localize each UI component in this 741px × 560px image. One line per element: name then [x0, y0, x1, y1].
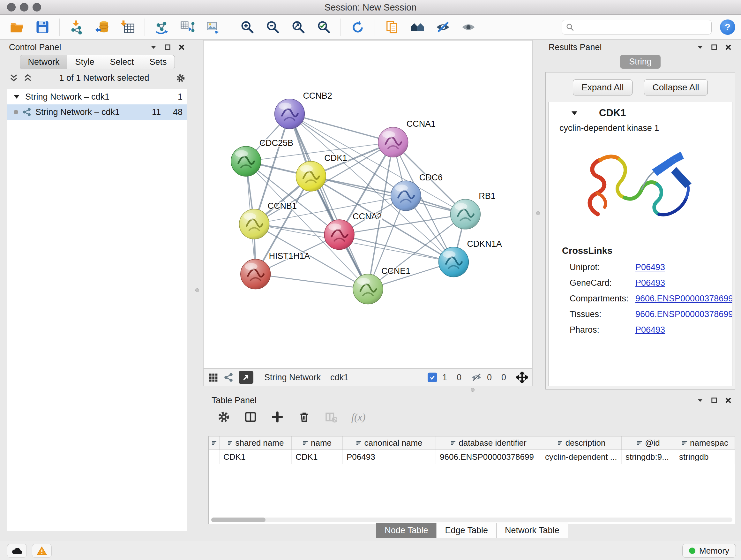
help-button[interactable]: ? [720, 19, 735, 35]
hide-selected-button[interactable] [432, 17, 454, 37]
zoom-in-button[interactable] [236, 17, 258, 37]
tab-select[interactable]: Select [102, 55, 142, 69]
network-node-hist1h1a[interactable] [241, 259, 271, 289]
tab-node-table[interactable]: Node Table [376, 523, 436, 538]
fit-content-crosshair-icon[interactable] [516, 372, 528, 383]
collapse-all-button[interactable]: Collapse All [644, 79, 708, 96]
import-network-database-button[interactable] [91, 17, 113, 37]
network-node-cdc6[interactable] [391, 181, 421, 211]
network-node-ccna2[interactable] [324, 220, 354, 250]
crosslink-link[interactable]: 9606.ENSP00000378699 [635, 294, 732, 304]
network-node-ccnb2[interactable] [275, 99, 305, 129]
column-header[interactable]: namespac [675, 436, 735, 449]
memory-button[interactable]: Memory [682, 544, 736, 558]
panel-close-icon[interactable] [724, 396, 732, 404]
node-label: CCNB2 [303, 91, 332, 101]
column-header[interactable]: @id [622, 436, 675, 449]
splitter-handle[interactable] [471, 388, 475, 392]
control-panel-tabs: NetworkStyleSelectSets [4, 54, 191, 72]
panel-close-icon[interactable] [178, 44, 185, 51]
refresh-layout-button[interactable] [347, 17, 369, 37]
search-box[interactable] [562, 20, 712, 35]
tree-expander-icon[interactable] [12, 92, 21, 102]
tab-style[interactable]: Style [67, 55, 102, 69]
window-close-button[interactable] [7, 3, 16, 11]
column-header[interactable]: description [541, 436, 622, 449]
function-builder-icon[interactable]: f(x) [351, 411, 365, 423]
import-network-file-button[interactable] [65, 17, 88, 37]
search-input[interactable] [577, 22, 708, 32]
network-node-ccnb1[interactable] [239, 209, 269, 239]
network-node-cdkn1a[interactable] [439, 247, 469, 277]
splitter-handle[interactable] [536, 211, 540, 215]
reset-view-button[interactable] [406, 17, 428, 37]
gear-icon[interactable] [217, 411, 230, 423]
tab-network-table[interactable]: Network Table [496, 523, 568, 538]
panel-collapse-icon[interactable] [150, 44, 157, 51]
warnings-button[interactable] [32, 544, 52, 558]
network-collection-row[interactable]: String Network – cdk1 1 [7, 89, 187, 105]
crosslink-link[interactable]: P06493 [635, 325, 732, 335]
window-minimize-button[interactable] [20, 3, 28, 11]
network-tools-button[interactable] [151, 17, 173, 37]
save-session-button[interactable] [31, 17, 54, 37]
expand-all-button[interactable]: Expand All [573, 79, 632, 96]
panel-collapse-icon[interactable] [696, 396, 704, 404]
node-label: RB1 [479, 191, 495, 201]
open-session-button[interactable] [6, 17, 28, 37]
delete-column-icon[interactable] [298, 411, 311, 423]
selected-checkbox[interactable] [428, 373, 437, 382]
collapse-all-icon[interactable] [9, 73, 18, 83]
network-edge[interactable] [289, 114, 368, 289]
network-canvas[interactable]: CCNB2CCNA1CDC25BCDK1CDC6RB1CCNB1CCNA2CDK… [203, 40, 533, 368]
network-node-cdc25b[interactable] [231, 146, 261, 176]
network-selection-status: 1 of 1 Network selected [37, 73, 172, 83]
show-documentation-button[interactable] [381, 17, 403, 37]
crosslink-link[interactable]: P06493 [635, 278, 732, 288]
birdseye-view-button[interactable] [239, 371, 253, 384]
add-column-icon[interactable] [271, 411, 284, 423]
crosslink-link[interactable]: 9606.ENSP00000378699 [635, 309, 732, 319]
network-node-ccna1[interactable] [378, 127, 408, 157]
import-table-file-button[interactable] [117, 17, 139, 37]
zoom-out-button[interactable] [261, 17, 284, 37]
cloud-status-button[interactable] [7, 544, 27, 558]
network-node-cdk1[interactable] [296, 161, 326, 191]
show-all-button[interactable] [457, 17, 480, 37]
network-node-rb1[interactable] [450, 199, 480, 229]
zoom-selected-button[interactable] [313, 17, 335, 37]
column-header[interactable]: name [292, 436, 343, 449]
grid-view-icon[interactable] [208, 372, 218, 382]
column-header[interactable]: shared name [219, 436, 292, 449]
node-label: CDC25B [259, 138, 293, 148]
tab-string[interactable]: String [620, 55, 661, 69]
gear-icon[interactable] [176, 73, 185, 83]
crosslink-link[interactable]: P06493 [635, 262, 732, 272]
window-zoom-button[interactable] [32, 3, 41, 11]
horizontal-scrollbar[interactable] [211, 517, 732, 522]
panel-float-icon[interactable] [164, 44, 172, 51]
expand-all-icon[interactable] [23, 73, 32, 83]
network-edge[interactable] [256, 274, 368, 289]
table-row[interactable]: CDK1CDK1P064939606.ENSP00000378699cyclin… [209, 450, 735, 464]
panel-float-icon[interactable] [711, 396, 718, 404]
export-image-button[interactable] [202, 17, 224, 37]
column-header[interactable]: canonical name [343, 436, 436, 449]
panel-float-icon[interactable] [711, 44, 718, 51]
tab-edge-table[interactable]: Edge Table [436, 523, 496, 538]
column-header[interactable]: database identifier [436, 436, 541, 449]
scrollbar-thumb[interactable] [211, 517, 266, 522]
network-row[interactable]: String Network – cdk1 11 48 [7, 105, 187, 120]
panel-close-icon[interactable] [724, 44, 732, 51]
splitter-handle[interactable] [195, 288, 199, 292]
network-node-ccne1[interactable] [353, 274, 383, 304]
zoom-fit-button[interactable] [287, 17, 309, 37]
show-columns-icon[interactable] [244, 411, 257, 423]
share-network-icon[interactable] [223, 372, 233, 382]
tab-sets[interactable]: Sets [142, 55, 175, 69]
tab-network[interactable]: Network [20, 55, 67, 69]
crosslinks-title: CrossLinks [562, 246, 732, 256]
panel-collapse-icon[interactable] [696, 44, 704, 51]
create-network-from-table-button[interactable] [176, 17, 199, 37]
entry-expander-icon[interactable] [570, 109, 579, 117]
